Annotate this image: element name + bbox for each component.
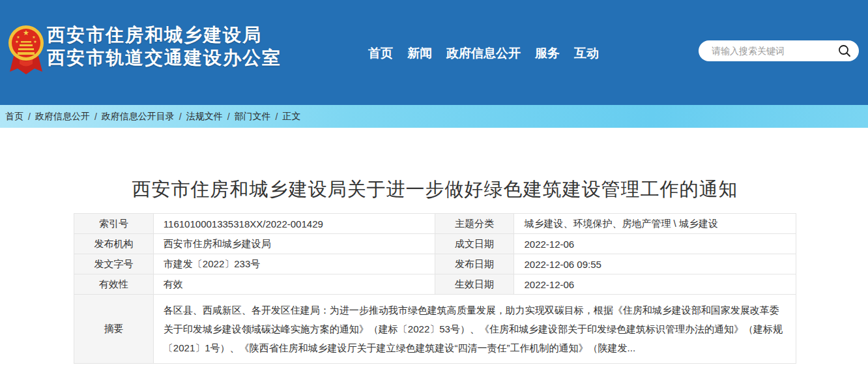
index-number-value: 1161010001335318XX/2022-001429 bbox=[153, 214, 435, 234]
breadcrumb-separator: / bbox=[94, 111, 97, 122]
search-button[interactable] bbox=[837, 43, 852, 59]
search-icon bbox=[837, 44, 852, 58]
summary-text: 各区县、西咸新区、各开发区住建局：为进一步推动我市绿色建筑高质量发展，助力实现双… bbox=[153, 295, 796, 364]
breadcrumb-dept-files[interactable]: 部门文件 bbox=[235, 111, 271, 123]
breadcrumb-separator: / bbox=[179, 111, 182, 122]
meta-row-validity-effective: 有效性 有效 生效日期 2022-12-06 bbox=[74, 274, 796, 295]
summary-label: 摘要 bbox=[74, 295, 154, 364]
svg-text:★: ★ bbox=[15, 40, 18, 44]
publish-date-label: 发布日期 bbox=[435, 254, 514, 274]
written-date-value: 2022-12-06 bbox=[514, 234, 796, 254]
effective-date-label: 生效日期 bbox=[435, 274, 514, 295]
nav-item-news[interactable]: 新闻 bbox=[407, 45, 432, 62]
search-box bbox=[699, 40, 859, 61]
subject-category-label: 主题分类 bbox=[435, 214, 514, 234]
breadcrumb-gov-info-catalog[interactable]: 政府信息公开目录 bbox=[102, 111, 175, 123]
main-nav: 首页 新闻 政府信息公开 服务 互动 bbox=[368, 45, 599, 62]
document-meta-table: 索引号 1161010001335318XX/2022-001429 主题分类 … bbox=[74, 213, 796, 364]
nav-item-services[interactable]: 服务 bbox=[535, 45, 560, 62]
meta-row-docnumber-pubdate: 发文字号 市建发〔2022〕233号 发布日期 2022-12-06 09:55 bbox=[74, 254, 796, 274]
validity-label: 有效性 bbox=[74, 274, 154, 295]
svg-text:★: ★ bbox=[33, 40, 36, 44]
site-title-line2: 西安市轨道交通建设办公室 bbox=[47, 46, 282, 69]
nav-item-gov-info[interactable]: 政府信息公开 bbox=[446, 45, 521, 62]
svg-text:★: ★ bbox=[32, 35, 35, 39]
breadcrumb: 首页 / 政府信息公开 / 政府信息公开目录 / 法规文件 / 部门文件 / 正… bbox=[0, 105, 868, 128]
national-emblem-icon: ★ ★ ★ ★ ★ bbox=[8, 23, 44, 77]
meta-row-agency-date: 发布机构 西安市住房和城乡建设局 成文日期 2022-12-06 bbox=[74, 234, 796, 254]
breadcrumb-current-article: 正文 bbox=[282, 111, 300, 123]
validity-value: 有效 bbox=[153, 274, 435, 295]
meta-row-index-subject: 索引号 1161010001335318XX/2022-001429 主题分类 … bbox=[74, 214, 796, 234]
breadcrumb-gov-info[interactable]: 政府信息公开 bbox=[35, 111, 90, 123]
document-number-label: 发文字号 bbox=[74, 254, 154, 274]
svg-text:★: ★ bbox=[16, 35, 20, 39]
written-date-label: 成文日期 bbox=[435, 234, 514, 254]
search-input[interactable] bbox=[712, 46, 837, 56]
issuing-agency-label: 发布机构 bbox=[74, 234, 154, 254]
site-title: 西安市住房和城乡建设局 西安市轨道交通建设办公室 bbox=[47, 23, 282, 69]
index-number-label: 索引号 bbox=[74, 214, 154, 234]
national-emblem-logo: ★ ★ ★ ★ ★ bbox=[8, 23, 44, 77]
subject-category-value: 城乡建设、环境保护、房地产管理 \ 城乡建设 bbox=[514, 214, 796, 234]
effective-date-value: 2022-12-06 bbox=[514, 274, 796, 295]
breadcrumb-regulations[interactable]: 法规文件 bbox=[186, 111, 223, 123]
breadcrumb-home[interactable]: 首页 bbox=[5, 111, 23, 123]
issuing-agency-value: 西安市住房和城乡建设局 bbox=[153, 234, 435, 254]
page: { "header": { "bg_color": "#2470b5", "si… bbox=[0, 0, 868, 384]
site-title-line1: 西安市住房和城乡建设局 bbox=[47, 23, 282, 46]
site-header: ★ ★ ★ ★ ★ 西安市住房和城乡建设局 西安市轨道交通建设办公室 首页 新闻… bbox=[0, 0, 868, 105]
nav-item-home[interactable]: 首页 bbox=[368, 45, 393, 62]
breadcrumb-separator: / bbox=[227, 111, 230, 122]
breadcrumb-separator: / bbox=[276, 111, 278, 122]
nav-item-interact[interactable]: 互动 bbox=[574, 45, 599, 62]
breadcrumb-separator: / bbox=[28, 111, 31, 122]
svg-text:★: ★ bbox=[23, 29, 29, 37]
meta-row-summary: 摘要 各区县、西咸新区、各开发区住建局：为进一步推动我市绿色建筑高质量发展，助力… bbox=[74, 295, 796, 364]
article-title: 西安市住房和城乡建设局关于进一步做好绿色建筑建设管理工作的通知 bbox=[74, 177, 796, 203]
document-number-value: 市建发〔2022〕233号 bbox=[153, 254, 435, 274]
publish-date-value: 2022-12-06 09:55 bbox=[514, 254, 796, 274]
